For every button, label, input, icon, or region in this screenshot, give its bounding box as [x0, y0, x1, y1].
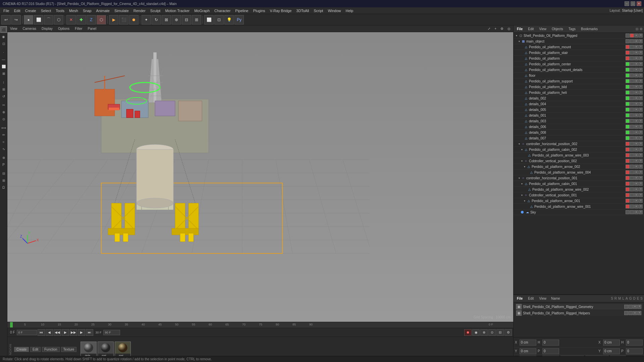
- tree-item-det008[interactable]: ▸ △ details_008 ✕ ⠿: [514, 130, 644, 135]
- menu-select[interactable]: Select: [39, 8, 53, 13]
- tree-toggle-main[interactable]: ▾: [518, 40, 521, 43]
- tree-item-arrow-wire-002[interactable]: ▸ △ Perdido_oil_platform_arrow_wire_002 …: [514, 187, 644, 192]
- tree-item-root[interactable]: ▾ ◻ Shell_Perdido_Oil_Platform_Rigged ✕ …: [514, 33, 644, 39]
- tree-item-2[interactable]: ▸ △ Perdido_oil_platform ✕ ⠿: [514, 56, 644, 61]
- vp-view-menu[interactable]: View: [9, 27, 19, 31]
- objmgr-tab-tags[interactable]: Tags: [567, 27, 578, 31]
- sidebar-python[interactable]: Ρ: [0, 161, 7, 168]
- tc-0-v[interactable]: [626, 45, 630, 49]
- key-remove-button[interactable]: ⊟: [496, 329, 504, 336]
- tree-item-bild[interactable]: ▸ △ Perdido_oil_platform_bild ✕ ⠿: [514, 84, 644, 90]
- menu-render[interactable]: Render: [131, 8, 148, 13]
- tree-item-arrow-001[interactable]: ▾ △ Perdido_oil_platform_arrow_001 ✕ ⠿: [514, 198, 644, 204]
- menu-simulate[interactable]: Simulate: [112, 8, 131, 13]
- grid-button[interactable]: ⬜: [204, 15, 214, 24]
- tree-item-sky[interactable]: ▸ ☁ Sky ✕ ⠿: [514, 209, 644, 215]
- objmgr-tab-view[interactable]: View: [537, 27, 548, 31]
- sidebar-uv[interactable]: ⊛: [0, 154, 7, 161]
- tree-item-det007[interactable]: ▸ △ details_007 ✕ ⠿: [514, 135, 644, 141]
- objmgr-tab-edit[interactable]: Edit: [526, 27, 536, 31]
- objmgr-tab-file[interactable]: File: [515, 27, 525, 31]
- material-tab-create[interactable]: Create: [14, 347, 29, 352]
- attr-1-x[interactable]: ✕: [633, 311, 637, 315]
- material-item-0[interactable]: defa...: [80, 342, 97, 358]
- attr-m-btn[interactable]: M: [618, 297, 621, 300]
- tc-2-v[interactable]: [626, 56, 630, 60]
- attr-tab-file[interactable]: File: [515, 296, 525, 301]
- sidebar-loop[interactable]: ⊙: [0, 116, 7, 122]
- sidebar-edges[interactable]: —: [0, 56, 7, 63]
- tree-item-cabin-001[interactable]: ▾ △ Perdido_oil_platform_cabin_001 ✕ ⠿: [514, 181, 644, 187]
- timeline-settings-button[interactable]: ⚙: [504, 329, 512, 336]
- sidebar-scale-tool[interactable]: ⊞: [0, 86, 7, 93]
- tc-0-x[interactable]: ✕: [634, 45, 638, 49]
- next-frame-button[interactable]: ▶: [78, 329, 85, 336]
- coord-p2-val[interactable]: 0: [626, 348, 643, 354]
- key-selection-button[interactable]: ⊙: [488, 329, 496, 336]
- tree-item-arrow-002[interactable]: ▾ △ Perdido_oil_platform_arrow_002 ✕ ⠿: [514, 164, 644, 170]
- menu-mograph[interactable]: MoGraph: [192, 8, 212, 13]
- undo-button[interactable]: ↩: [1, 15, 11, 24]
- z-axis-button[interactable]: Z: [87, 15, 96, 24]
- attr-s2-btn[interactable]: S: [640, 297, 643, 300]
- menu-mesh[interactable]: Mesh: [67, 8, 80, 13]
- menu-motion-tracker[interactable]: Motion Tracker: [163, 8, 192, 13]
- tree-check-dots[interactable]: ⠿: [639, 34, 643, 38]
- objmgr-settings-btn[interactable]: ⚙: [640, 27, 643, 31]
- tree-check-main-render[interactable]: [630, 39, 634, 43]
- key-all-button[interactable]: ⊕: [480, 329, 488, 336]
- coord-h2-val[interactable]: 0: [626, 340, 643, 346]
- attr-a-btn[interactable]: A: [626, 297, 628, 300]
- tree-item-det003[interactable]: ▸ △ details_003 ✕ ⠿: [514, 118, 644, 124]
- material-tab-texture[interactable]: Texture: [61, 347, 77, 352]
- tree-item-arrow-wire-004[interactable]: ▸ △ Perdido_oil_platform_arrow_wire_004 …: [514, 170, 644, 175]
- tree-check-main-vis[interactable]: [626, 39, 630, 43]
- sidebar-bottom-2[interactable]: ⊞: [0, 177, 7, 184]
- tree-item-det001[interactable]: ▸ △ details_001 ✕ ⠿: [514, 113, 644, 118]
- sidebar-mode-texture[interactable]: ◉: [0, 33, 7, 40]
- menu-snap[interactable]: Snap: [81, 8, 94, 13]
- menu-file[interactable]: File: [1, 8, 11, 13]
- rotate-button[interactable]: ↻: [152, 15, 161, 24]
- close-button[interactable]: ✕: [637, 1, 641, 6]
- play-button[interactable]: ▶: [62, 329, 69, 336]
- render-full-button[interactable]: ⬛: [119, 15, 128, 24]
- vp-settings-btn[interactable]: ⚙: [499, 27, 505, 31]
- vp-filter-menu[interactable]: Filter: [73, 27, 84, 31]
- end-frame-display[interactable]: 90 F: [103, 330, 120, 335]
- live-selection-button[interactable]: ●: [24, 15, 33, 24]
- sidebar-smooth[interactable]: ≈: [0, 138, 7, 145]
- tree-item-floor[interactable]: ▸ △ floor ✕ ⠿: [514, 73, 644, 78]
- sidebar-move-tool[interactable]: ↕: [0, 79, 7, 85]
- objmgr-tab-bookmarks[interactable]: Bookmarks: [579, 27, 600, 31]
- tree-item-arrow-wire-001[interactable]: ▸ △ Perdido_oil_platform_arrow_wire_001 …: [514, 204, 644, 209]
- attr-0-d[interactable]: ⠿: [637, 305, 641, 309]
- tree-check-x-ray[interactable]: ✕: [634, 34, 638, 38]
- vp-panel-menu[interactable]: Panel: [87, 27, 98, 31]
- y-axis-button[interactable]: ✚: [76, 15, 86, 24]
- current-frame-input[interactable]: 0 F: [17, 330, 37, 335]
- coord-x2-val[interactable]: 0 cm: [603, 340, 620, 346]
- viewport[interactable]: Perspective: [7, 32, 513, 322]
- menu-tools[interactable]: Tools: [54, 8, 66, 13]
- lasso-selection-button[interactable]: ⌒: [44, 15, 53, 24]
- tree-item-0[interactable]: ▸ △ Perdido_oil_platform_mount ✕ ⠿: [514, 44, 644, 50]
- snap-button[interactable]: ⊡: [214, 15, 224, 24]
- tree-item-arrow-wire-003[interactable]: ▸ △ Perdido_oil_platform_arrow_wire_003 …: [514, 153, 644, 158]
- attr-e-btn[interactable]: E: [637, 297, 639, 300]
- attr-1-r[interactable]: [629, 311, 633, 315]
- attr-0-r[interactable]: [629, 305, 633, 309]
- menu-sculpt[interactable]: Sculpt: [148, 8, 163, 13]
- play-reverse-button[interactable]: ◀◀: [54, 329, 61, 336]
- sidebar-uvmap[interactable]: ⊠: [0, 70, 7, 77]
- menu-vray[interactable]: V-Ray Bridge: [268, 8, 294, 13]
- attr-item-1[interactable]: ▦ Shell_Perdido_Oil_Platform_Rigged_Help…: [515, 310, 643, 316]
- tc-0-r[interactable]: [630, 45, 634, 49]
- attr-item-0[interactable]: ▦ Shell_Perdido_Oil_Platform_Rigged_Geom…: [515, 304, 643, 310]
- tree-item-det006[interactable]: ▸ △ details_006 ✕ ⠿: [514, 124, 644, 130]
- maximize-button[interactable]: □: [631, 1, 635, 6]
- prev-frame-button[interactable]: ◀: [46, 329, 53, 336]
- align-button[interactable]: ⊟: [182, 15, 191, 24]
- coord-x-pos[interactable]: 0 cm: [520, 340, 536, 346]
- attr-r-btn[interactable]: R: [614, 297, 617, 300]
